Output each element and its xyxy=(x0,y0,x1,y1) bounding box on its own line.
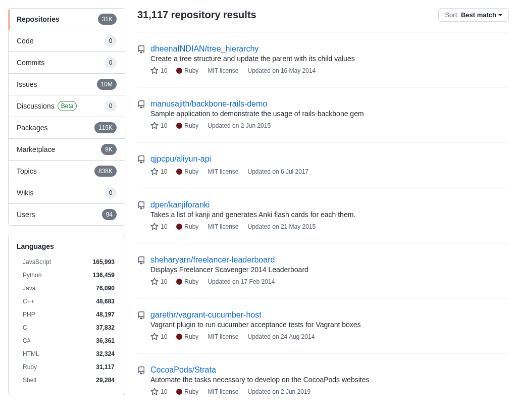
repo-link[interactable]: garethr/vagrant-cucumber-host xyxy=(150,310,262,319)
language-filter-item[interactable]: C37,832 xyxy=(17,321,117,334)
sidebar-item-marketplace[interactable]: Marketplace8K xyxy=(9,139,125,161)
repo-description: Sample application to demonstrate the us… xyxy=(150,110,509,118)
repo-link[interactable]: manusajith/backbone-rails-demo xyxy=(150,99,267,108)
language-color-dot xyxy=(176,123,182,129)
repo-updated: Updated on 17 Feb 2014 xyxy=(208,278,275,285)
repo-result: garethr/vagrant-cucumber-hostVagrant plu… xyxy=(137,298,509,353)
sort-button[interactable]: Sort: Best match xyxy=(438,8,509,22)
repo-link[interactable]: dper/kanjiforanki xyxy=(150,200,210,209)
repo-updated: Updated on 6 Jul 2017 xyxy=(248,168,309,175)
language-label: Ruby xyxy=(184,122,198,129)
repo-description: Create a tree structure and update the p… xyxy=(150,55,509,63)
language-color-dot xyxy=(176,169,182,175)
language-filter-item[interactable]: C++48,683 xyxy=(17,295,117,308)
language-filter-item[interactable]: JavaScript165,993 xyxy=(17,255,117,269)
language-filter-item[interactable]: PHP48,197 xyxy=(17,308,117,321)
language-label: Ruby xyxy=(184,223,198,230)
star-icon xyxy=(150,168,159,176)
language-filter-item[interactable]: Java76,090 xyxy=(17,282,117,295)
star-icon xyxy=(150,333,159,341)
sidebar-item-label: Topics xyxy=(17,167,37,175)
beta-badge: Beta xyxy=(58,101,77,111)
stars[interactable]: 10 xyxy=(150,223,167,231)
language-count: 32,324 xyxy=(96,350,115,357)
star-icon xyxy=(150,223,159,231)
repo-result: qjpcpu/aliyun-api10RubyMIT licenseUpdate… xyxy=(137,142,509,188)
repo-description: Takes a list of kanji and generates Anki… xyxy=(150,211,509,219)
repo-description: Automate the tasks necessary to develop … xyxy=(150,376,509,384)
language-color-dot xyxy=(176,389,182,395)
sidebar-item-issues[interactable]: Issues10M xyxy=(9,74,125,95)
language-color-dot xyxy=(176,68,182,74)
repo-link[interactable]: CocoaPods/Strata xyxy=(150,365,216,374)
sidebar-item-count: 0 xyxy=(105,57,117,68)
star-icon xyxy=(150,67,159,75)
language-filter-item[interactable]: Shell29,284 xyxy=(17,374,117,387)
sidebar-item-wikis[interactable]: Wikis0 xyxy=(9,182,125,204)
results-heading: 31,117 repository results xyxy=(137,9,256,21)
sidebar-item-count: 94 xyxy=(102,209,117,220)
stars[interactable]: 10 xyxy=(150,388,167,396)
star-count: 10 xyxy=(161,223,167,230)
repo-updated: Updated on 16 May 2014 xyxy=(248,67,316,74)
repo-updated: Updated on 2 Jun 2019 xyxy=(248,388,311,395)
sidebar-item-count: 115K xyxy=(94,122,117,133)
repo-result: manusajith/backbone-rails-demoSample app… xyxy=(137,87,509,142)
language-color-dot xyxy=(176,279,182,285)
repo-meta: 10RubyUpdated on 17 Feb 2014 xyxy=(150,278,509,286)
language-name: C# xyxy=(23,337,30,344)
stars[interactable]: 10 xyxy=(150,168,167,176)
repo-license: MIT license xyxy=(208,67,238,74)
sidebar-item-label: Packages xyxy=(17,124,47,132)
repo-icon xyxy=(137,201,145,231)
language-filter-item[interactable]: Ruby31,117 xyxy=(17,360,117,374)
repo-icon xyxy=(137,100,145,130)
repo-meta: 10RubyMIT licenseUpdated on 2 Jun 2019 xyxy=(150,388,509,396)
repo-language: Ruby xyxy=(176,67,198,74)
repo-meta: 10RubyUpdated on 2 Jun 2015 xyxy=(150,122,509,130)
repo-icon xyxy=(137,366,145,396)
repo-result: CocoaPods/StrataAutomate the tasks neces… xyxy=(137,353,509,408)
languages-title: Languages xyxy=(17,242,117,250)
repo-meta: 10RubyMIT licenseUpdated on 24 Aug 2014 xyxy=(150,333,509,341)
star-count: 10 xyxy=(161,122,167,129)
sidebar-item-topics[interactable]: Topics838K xyxy=(9,161,125,182)
language-filter-item[interactable]: C#36,361 xyxy=(17,334,117,347)
language-filter-item[interactable]: Python136,459 xyxy=(17,269,117,282)
sidebar-item-repositories[interactable]: Repositories31K xyxy=(9,9,125,30)
repo-link[interactable]: qjpcpu/aliyun-api xyxy=(150,154,211,163)
repo-language: Ruby xyxy=(176,278,198,285)
stars[interactable]: 10 xyxy=(150,278,167,286)
stars[interactable]: 10 xyxy=(150,122,167,130)
language-filter-item[interactable]: HTML32,324 xyxy=(17,347,117,360)
repo-result: dper/kanjiforankiTakes a list of kanji a… xyxy=(137,188,509,243)
star-count: 10 xyxy=(161,67,167,74)
language-count: 165,993 xyxy=(93,258,115,266)
sidebar-item-discussions[interactable]: DiscussionsBeta0 xyxy=(9,95,125,117)
repo-description: Displays Freelancer Scavenger 2014 Leade… xyxy=(150,266,509,274)
sidebar-item-users[interactable]: Users94 xyxy=(9,204,125,225)
sidebar-item-code[interactable]: Code0 xyxy=(9,30,125,52)
language-label: Ruby xyxy=(184,278,198,285)
sidebar-item-commits[interactable]: Commits0 xyxy=(9,52,125,74)
sidebar-item-packages[interactable]: Packages115K xyxy=(9,117,125,139)
language-count: 36,361 xyxy=(96,337,115,344)
results-header: 31,117 repository results Sort: Best mat… xyxy=(137,8,509,22)
star-count: 10 xyxy=(161,168,167,175)
stars[interactable]: 10 xyxy=(150,333,167,341)
repo-icon xyxy=(137,155,145,176)
repo-updated: Updated on 21 May 2015 xyxy=(248,223,316,230)
repo-link[interactable]: dheenaINDIAN/tree_hierarchy xyxy=(150,44,258,53)
language-color-dot xyxy=(176,224,182,230)
language-name: Python xyxy=(23,272,41,279)
repo-icon xyxy=(137,45,145,75)
language-label: Ruby xyxy=(184,333,198,340)
sidebar-item-label: Users xyxy=(17,211,35,219)
repo-link[interactable]: sheharyarn/freelancer-leaderboard xyxy=(150,255,275,264)
stars[interactable]: 10 xyxy=(150,67,167,75)
language-count: 29,284 xyxy=(96,377,115,384)
languages-panel: Languages JavaScript165,993Python136,459… xyxy=(8,234,125,395)
language-label: Ruby xyxy=(184,388,198,395)
repo-description: Vagrant plugin to run cucumber acceptanc… xyxy=(150,321,509,329)
sidebar-item-count: 10M xyxy=(97,79,117,90)
